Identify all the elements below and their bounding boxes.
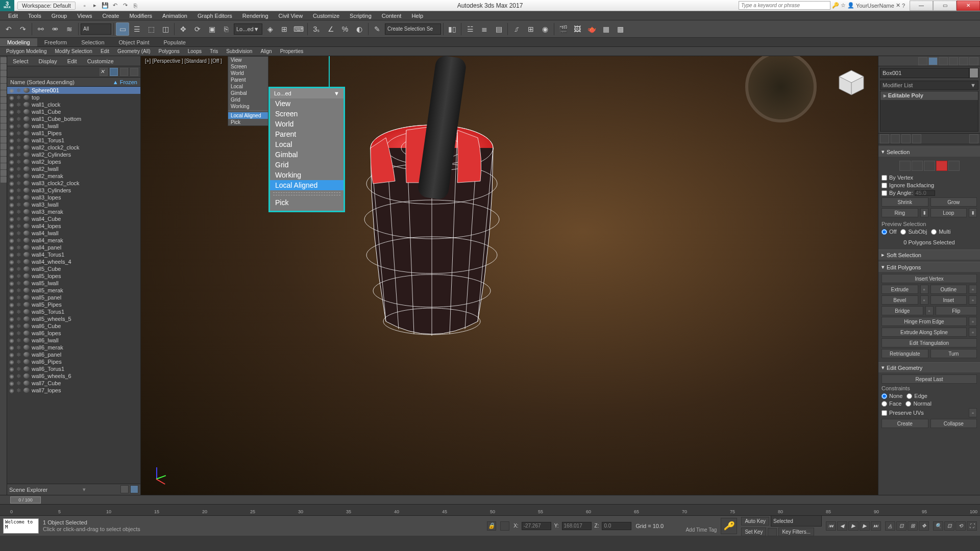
scene-item[interactable]: ◉❄wall4_merak <box>7 237 140 244</box>
exp-edit[interactable]: Edit <box>64 58 81 65</box>
render-setup-button[interactable]: 🎬 <box>556 22 570 36</box>
constraint-face[interactable]: Face <box>881 400 901 407</box>
menu-group[interactable]: Group <box>47 12 71 20</box>
help-search-input[interactable] <box>739 1 830 10</box>
by-angle-check[interactable]: By Angle: <box>881 190 977 196</box>
refsys-option[interactable]: Local Aligned <box>228 112 268 119</box>
configure-icon[interactable] <box>969 134 978 143</box>
redo-icon[interactable]: ↷ <box>121 2 130 10</box>
pin-stack-icon[interactable] <box>880 134 889 143</box>
create-tab-icon[interactable] <box>918 57 927 65</box>
scene-item[interactable]: ◉❄wall3_lwall <box>7 201 140 208</box>
explorer-list[interactable]: ◉❄Sphere001◉❄top◉❄wall1_clock◉❄wall1_Cub… <box>7 87 140 484</box>
scene-item[interactable]: ◉❄wall3_clock2_clock <box>7 180 140 187</box>
scene-item[interactable]: ◉❄wall3_merak <box>7 208 140 215</box>
user-icon[interactable]: 👤 <box>847 2 854 9</box>
bridge-button[interactable]: Bridge <box>881 306 923 315</box>
utilities-tab-icon[interactable] <box>969 57 978 65</box>
menu-grapheditors[interactable]: Graph Editors <box>193 12 236 20</box>
extrude-spline-button[interactable]: Extrude Along Spline <box>881 328 967 337</box>
undo-icon[interactable]: ↶ <box>111 2 119 10</box>
nav-icon[interactable]: ◬ <box>885 521 895 531</box>
lt-icon[interactable] <box>1 150 7 156</box>
menu-edit[interactable]: Edit <box>4 12 22 20</box>
lt-icon[interactable] <box>1 177 7 183</box>
ribbon-panel-edit[interactable]: Edit <box>96 48 113 55</box>
refsys-option[interactable]: Grid <box>228 96 268 103</box>
isolate-icon[interactable] <box>500 521 509 531</box>
goto-start-icon[interactable]: ⏮ <box>826 521 836 531</box>
save-icon[interactable]: 💾 <box>101 2 109 10</box>
star-icon[interactable]: ☆ <box>841 2 846 9</box>
angle-snap-button[interactable]: ∠ <box>324 22 337 36</box>
select-object-button[interactable]: ▭ <box>116 22 129 36</box>
modifier-stack[interactable]: ▸ Editable Poly <box>880 91 978 132</box>
scene-item[interactable]: ◉❄wall3_lopes <box>7 194 140 201</box>
ribbon-tab-selection[interactable]: Selection <box>74 38 111 46</box>
show-end-icon[interactable] <box>891 134 900 143</box>
selection-header[interactable]: ▾ Selection <box>878 147 980 157</box>
ribbon-panel-loops[interactable]: Loops <box>184 48 206 55</box>
goto-end-icon[interactable]: ⏭ <box>871 521 881 531</box>
refsys-option[interactable]: Parent <box>228 77 268 83</box>
create-button[interactable]: Create <box>881 419 928 428</box>
refsys-option[interactable]: Screen <box>228 63 268 70</box>
border-so-icon[interactable] <box>924 161 935 171</box>
menu-customize[interactable]: Customize <box>309 12 344 20</box>
render-iter-button[interactable]: ▩ <box>614 22 627 36</box>
lt-icon[interactable] <box>1 117 7 123</box>
insert-vertex-button[interactable]: Insert Vertex <box>881 274 977 283</box>
scene-item[interactable]: ◉❄wall7_lopes <box>7 387 140 394</box>
repeat-last-button[interactable]: Repeat Last <box>881 374 977 384</box>
maximize-button[interactable]: ▭ <box>933 1 957 11</box>
layers-button[interactable]: ≣ <box>478 22 491 36</box>
scene-item[interactable]: ◉❄wall6_Cube <box>7 322 140 330</box>
render-frame-button[interactable]: 🖼 <box>571 22 584 36</box>
ribbon-tab-object paint[interactable]: Object Paint <box>112 38 157 46</box>
hierarchy-tab-icon[interactable] <box>939 57 948 65</box>
scene-item[interactable]: ◉❄wall1_Cube <box>7 108 140 115</box>
outline-settings[interactable]: ▫ <box>969 285 977 294</box>
exp-foot-icon2[interactable] <box>130 485 138 493</box>
scene-item[interactable]: ◉❄wall6_lopes <box>7 330 140 337</box>
scene-item[interactable]: ◉❄wall4_lopes <box>7 222 140 230</box>
turn-button[interactable]: Turn <box>930 349 977 358</box>
element-so-icon[interactable] <box>948 161 960 171</box>
pivot-button[interactable]: ◈ <box>263 22 277 36</box>
help-icon[interactable]: ? <box>902 3 905 9</box>
preview-multi[interactable]: Multi <box>931 229 950 235</box>
schematic-button[interactable]: ⊞ <box>524 22 537 36</box>
nav-icon[interactable]: ⊞ <box>908 521 918 531</box>
lt-icon[interactable] <box>1 137 7 143</box>
ribbon-tab-freeform[interactable]: Freeform <box>37 38 75 46</box>
selection-filter[interactable]: All <box>81 23 111 35</box>
ribbon-panel-subdivision[interactable]: Subdivision <box>222 48 256 55</box>
preserve-uvs-check[interactable]: Preserve UVs▫ <box>881 408 977 417</box>
lock-selection-icon[interactable]: 🔒 <box>487 521 496 531</box>
window-crossing-button[interactable]: ◫ <box>159 22 172 36</box>
unique-icon[interactable] <box>901 134 911 143</box>
link-button[interactable]: ⚯ <box>34 22 47 36</box>
rotate-button[interactable]: ⟳ <box>191 22 204 36</box>
lt-icon[interactable] <box>1 163 7 169</box>
scene-item[interactable]: ◉❄wall3_Cylinders <box>7 187 140 194</box>
move-button[interactable]: ✥ <box>177 22 190 36</box>
x-input[interactable] <box>522 522 551 530</box>
ribbon-panel-tris[interactable]: Tris <box>206 48 222 55</box>
ring-spin[interactable]: ⬍ <box>920 208 928 217</box>
z-input[interactable] <box>602 522 631 530</box>
shrink-button[interactable]: Shrink <box>881 197 928 207</box>
bevel-settings[interactable]: ▫ <box>920 295 928 305</box>
redo-button[interactable]: ↷ <box>16 22 30 36</box>
preview-off[interactable]: Off <box>881 229 896 235</box>
lt-icon[interactable] <box>1 77 7 83</box>
next-frame-icon[interactable]: ▶ <box>860 521 870 531</box>
favorite-icon[interactable]: ✕ <box>896 2 900 9</box>
scene-item[interactable]: ◉❄wall2_lopes <box>7 158 140 165</box>
named-selection-set[interactable]: Create Selection Se <box>385 23 441 35</box>
snap-button[interactable]: 3ₛ <box>310 22 323 36</box>
inset-settings[interactable]: ▫ <box>969 295 977 305</box>
scene-item[interactable]: ◉❄wall5_panel <box>7 294 140 301</box>
exp-foot-icon[interactable] <box>120 485 129 493</box>
lt-icon[interactable] <box>1 104 7 110</box>
